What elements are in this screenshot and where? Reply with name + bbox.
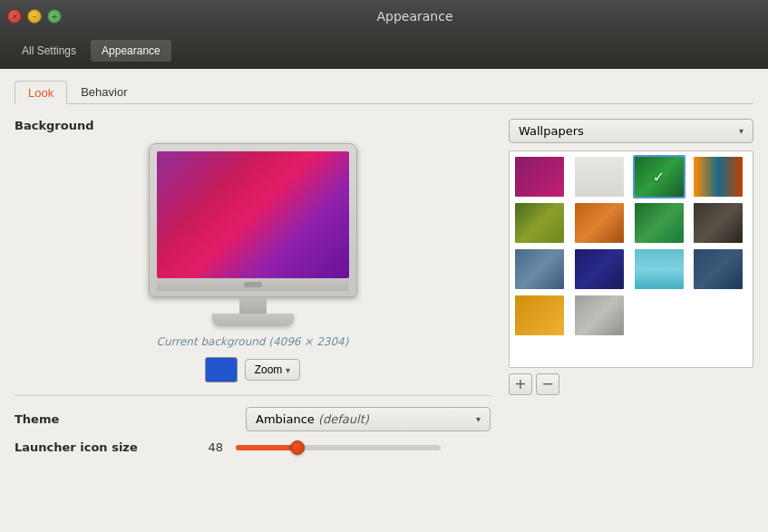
right-panel: Wallpapers ▾ ✓ [509,119,753,454]
wallpaper-item-13[interactable] [513,294,566,337]
selected-checkmark: ✓ [653,169,665,186]
monitor-neck [239,297,267,314]
wallpaper-item-10[interactable] [573,247,626,291]
wallpaper-source-arrow: ▾ [739,126,744,136]
tab-look[interactable]: Look [15,81,67,104]
wallpaper-thumb-13 [515,295,564,335]
wallpaper-item-6[interactable] [573,201,626,245]
launcher-slider-thumb[interactable] [290,440,305,455]
wallpaper-item-11[interactable] [633,247,685,291]
wallpaper-grid: ✓ [513,155,749,337]
left-panel: Background Current background (4096 × 23… [15,119,491,454]
maximize-button[interactable]: + [47,9,62,24]
wallpaper-item-5[interactable] [513,201,566,245]
wallpaper-grid-controls: + − [509,373,753,395]
launcher-row: Launcher icon size 48 [15,440,491,454]
wallpaper-thumb-10 [575,249,624,289]
wallpaper-item-12[interactable] [692,247,744,291]
monitor-power-btn [244,282,262,287]
launcher-label: Launcher icon size [15,440,196,454]
wallpaper-thumb-5 [515,203,564,243]
wallpaper-item-4[interactable] [692,155,744,198]
window-controls: × – + [7,9,62,24]
monitor-frame [149,143,357,297]
add-wallpaper-button[interactable]: + [509,373,532,395]
wallpaper-thumb-4 [694,157,743,197]
wallpaper-thumb-8 [694,203,743,243]
wallpaper-thumb-14 [575,295,624,335]
wallpaper-source-label: Wallpapers [519,124,584,138]
wallpaper-thumb-7 [635,203,684,243]
titlebar: × – + Appearance [0,0,768,33]
monitor-bezel [157,278,349,291]
monitor-base [212,314,294,326]
bottom-sections: Theme Ambiance (default) ▾ Launcher icon… [15,395,491,454]
wallpaper-thumb-6 [575,203,624,243]
content-area: Background Current background (4096 × 23… [15,119,753,454]
wallpaper-item-2[interactable] [573,155,626,198]
zoom-dropdown-button[interactable]: Zoom ▾ [245,359,301,381]
wallpaper-thumb-1 [515,157,564,197]
close-button[interactable]: × [7,9,22,24]
background-caption: Current background (4096 × 2304) [157,335,349,348]
tab-behavior[interactable]: Behavior [67,80,141,103]
monitor-screen [157,151,349,278]
remove-wallpaper-button[interactable]: − [536,373,559,395]
appearance-button[interactable]: Appearance [91,40,171,62]
zoom-label: Zoom [255,363,283,376]
launcher-value: 48 [196,440,223,454]
color-swatch[interactable] [205,357,238,382]
theme-value: Ambiance (default) [256,412,369,426]
wallpaper-item-7[interactable] [633,201,685,245]
toolbar: All Settings Appearance [0,33,768,69]
slider-container: 48 [196,440,441,454]
wallpaper-thumb-2 [575,157,624,197]
minimize-button[interactable]: – [27,9,42,24]
launcher-slider-track[interactable] [236,445,441,450]
wallpaper-item-9[interactable] [513,247,566,291]
monitor [149,143,357,326]
wallpaper-item-1[interactable] [513,155,566,198]
wallpaper-item-14[interactable] [573,294,626,337]
theme-row: Theme Ambiance (default) ▾ [15,407,491,431]
wallpaper-thumb-11 [635,249,684,289]
main-content: Look Behavior Background Current bac [0,69,768,532]
theme-control: Ambiance (default) ▾ [196,407,491,431]
zoom-dropdown-arrow: ▾ [286,365,290,375]
tab-bar: Look Behavior [15,80,753,104]
wallpaper-item-3[interactable]: ✓ [633,155,685,198]
theme-dropdown-arrow: ▾ [476,414,481,424]
all-settings-button[interactable]: All Settings [11,40,87,62]
monitor-container: Current background (4096 × 2304) Zoom ▾ [135,143,371,382]
wallpaper-grid-container[interactable]: ✓ [509,150,753,368]
background-controls: Zoom ▾ [205,357,301,382]
background-label: Background [15,119,491,132]
theme-label: Theme [15,412,196,426]
wallpaper-thumb-12 [694,249,743,289]
wallpaper-thumb-9 [515,249,564,289]
theme-dropdown[interactable]: Ambiance (default) ▾ [246,407,491,431]
window-title: Appearance [69,9,761,24]
wallpaper-item-8[interactable] [692,201,744,245]
wallpaper-source-dropdown[interactable]: Wallpapers ▾ [509,119,753,143]
